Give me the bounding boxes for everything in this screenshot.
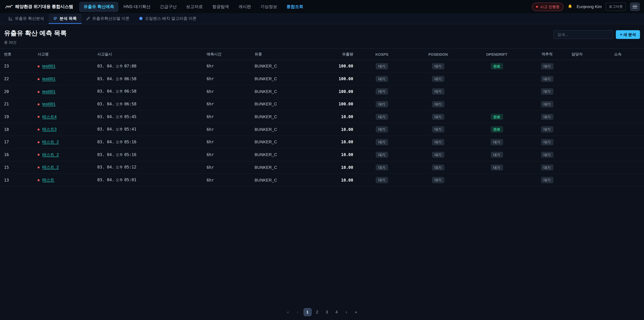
table-row[interactable]: 19테스트403. 04.오후05:456hrBUNKER_C10.00대기대기… xyxy=(0,111,644,123)
tab-spread-analysis[interactable]: 유출유 확산분석 xyxy=(4,14,49,24)
cell-incident-name: 테스트3 xyxy=(35,123,94,136)
pagination-prev-button[interactable]: ‹ xyxy=(294,308,302,316)
new-analysis-button[interactable]: + 새 분석 xyxy=(616,30,640,39)
cell-datetime: 03. 04.오후05:16 xyxy=(94,136,204,148)
notification-bell-icon[interactable] xyxy=(568,4,573,10)
column-header-8: OPENDRIFT xyxy=(468,49,525,60)
incident-in-progress-badge[interactable]: 사고 진행중 xyxy=(532,3,564,11)
kosps-status-badge: 대기 xyxy=(376,101,388,107)
menu-item-aerial-search[interactable]: 항공탐색 xyxy=(208,2,234,12)
incident-name-link[interactable]: 테스트4 xyxy=(42,114,56,119)
cell-opendrift: 완료 xyxy=(468,111,525,123)
incident-name-link[interactable]: test001 xyxy=(42,102,56,107)
cell-org xyxy=(612,111,644,123)
table-row[interactable]: 21test00103. 04.오후06:586hrBUNKER_C100.00… xyxy=(0,98,644,110)
title-block: 유출유 확산 예측 목록 총 33건 xyxy=(4,29,67,45)
menu-item-hns-air-diffusion[interactable]: HNS·대기확산 xyxy=(119,2,155,12)
top-navigation: 해양환경 위기대응 통합시스템 유출유 확산예측HNS·대기확산긴급구난보고자료… xyxy=(0,0,644,14)
backtrack-status-badge: 대기 xyxy=(541,177,553,183)
pagination-next-button[interactable]: › xyxy=(342,308,350,316)
incident-name-link[interactable]: 테스트_2 xyxy=(42,165,59,170)
cell-oil-type: BUNKER_C xyxy=(252,174,319,186)
cell-oil-type: BUNKER_C xyxy=(252,73,319,85)
menu-item-board[interactable]: 게시판 xyxy=(234,2,256,12)
cell-incident-name: test001 xyxy=(35,73,94,85)
incident-name-link[interactable]: 테스트 xyxy=(42,178,54,182)
cell-forecast-time: 6hr xyxy=(204,161,252,174)
cell-kosps: 대기 xyxy=(356,174,408,186)
cell-incident-name: 테스트_2 xyxy=(35,161,94,174)
pagination-page-3-button[interactable]: 3 xyxy=(323,308,331,316)
cell-kosps: 대기 xyxy=(356,60,408,73)
incident-status-dot-icon xyxy=(38,66,40,68)
pagination-page-4-button[interactable]: 4 xyxy=(332,308,340,316)
incident-name-link[interactable]: 테스트_2 xyxy=(42,152,59,157)
table-row[interactable]: 13테스트03. 04.오후05:016hrBUNKER_C10.00대기대기대… xyxy=(0,174,644,186)
cell-oil-type: BUNKER_C xyxy=(252,85,319,98)
hamburger-menu-icon[interactable] xyxy=(630,2,640,11)
column-header-7: POSEIDON xyxy=(408,49,468,60)
menu-item-emergency-rescue[interactable]: 긴급구난 xyxy=(156,2,181,12)
poseidon-status-badge: 대기 xyxy=(432,114,444,120)
search-input[interactable] xyxy=(554,30,613,39)
backtrack-status-badge: 대기 xyxy=(541,88,553,95)
table-row[interactable]: 22test00103. 04.오후06:586hrBUNKER_C100.00… xyxy=(0,73,644,85)
table-row[interactable]: 15테스트_203. 04.오후05:126hrBUNKER_C10.00대기대… xyxy=(0,161,644,174)
tab-analysis-list[interactable]: 분석 목록 xyxy=(49,14,82,24)
cell-backtrack: 대기 xyxy=(525,60,569,73)
pagination-page-2-button[interactable]: 2 xyxy=(313,308,321,316)
cell-manager xyxy=(569,98,612,110)
cell-poseidon: 대기 xyxy=(408,98,468,110)
cell-oil-type: BUNKER_C xyxy=(252,149,319,161)
incident-status-dot-icon xyxy=(38,103,40,105)
menu-item-weather-info[interactable]: 기상정보 xyxy=(256,2,282,12)
main-menu: 유출유 확산예측HNS·대기확산긴급구난보고자료항공탐색게시판기상정보통합조회 xyxy=(79,2,308,12)
tab-spread-model-theory[interactable]: 유출유확산모델 이론 xyxy=(81,14,134,24)
column-header-11: 소속 xyxy=(612,49,644,60)
page-title: 유출유 확산 예측 목록 xyxy=(4,29,67,38)
cell-manager xyxy=(569,73,612,85)
cell-manager xyxy=(569,111,612,123)
cell-kosps: 대기 xyxy=(356,73,408,85)
cell-oil-type: BUNKER_C xyxy=(252,98,319,110)
column-header-10: 담당자 xyxy=(569,49,612,60)
incident-name-link[interactable]: 테스트_2 xyxy=(42,140,59,144)
incident-name-link[interactable]: 테스트3 xyxy=(42,127,56,132)
opendrift-status-badge: 완료 xyxy=(490,114,503,120)
incident-status-dot-icon xyxy=(38,141,40,143)
cell-org xyxy=(612,98,644,110)
incident-name-link[interactable]: test001 xyxy=(42,89,56,94)
menu-item-reports[interactable]: 보고자료 xyxy=(182,2,207,12)
backtrack-status-badge: 대기 xyxy=(541,164,553,170)
table-row[interactable]: 18테스트303. 04.오후05:416hrBUNKER_C10.00대기대기… xyxy=(0,123,644,136)
cell-forecast-time: 6hr xyxy=(204,111,252,123)
kosps-status-badge: 대기 xyxy=(376,152,388,158)
topnav-right: 사고 진행중 Eunjeong Kim 로그아웃 xyxy=(532,2,640,11)
logout-button[interactable]: 로그아웃 xyxy=(606,3,626,11)
menu-item-oil-spill-prediction[interactable]: 유출유 확산예측 xyxy=(79,2,118,12)
incident-name-link[interactable]: test001 xyxy=(42,64,56,69)
pagination-page-1-button[interactable]: 1 xyxy=(304,308,312,316)
incident-name-link[interactable]: test001 xyxy=(42,77,56,81)
kosps-status-badge: 대기 xyxy=(376,76,388,82)
table-row[interactable]: 17테스트_203. 04.오후05:166hrBUNKER_C10.00대기대… xyxy=(0,136,644,148)
cell-backtrack: 대기 xyxy=(525,174,569,186)
tab-oil-fence-theory[interactable]: 오일펜스 배치 알고리즘 이론 xyxy=(134,14,201,24)
pagination-last-button[interactable]: » xyxy=(352,308,360,316)
kosps-status-badge: 대기 xyxy=(376,63,388,69)
cell-oil-type: BUNKER_C xyxy=(252,123,319,136)
table-row[interactable]: 16테스트_203. 04.오후05:166hrBUNKER_C10.00대기대… xyxy=(0,149,644,161)
pagination-first-button[interactable]: « xyxy=(284,308,292,316)
table-row[interactable]: 23test00103. 04.오후07:006hrBUNKER_C100.00… xyxy=(0,60,644,73)
cell-datetime: 03. 04.오후06:58 xyxy=(94,85,204,98)
table-row[interactable]: 20test00103. 04.오후06:586hrBUNKER_C100.00… xyxy=(0,85,644,98)
table-header-row: 번호사고명사고일시예측시간유종유출량KOSPSPOSEIDONOPENDRIFT… xyxy=(0,49,644,60)
list-icon xyxy=(54,17,58,21)
scatter-chart-icon xyxy=(9,17,13,21)
cell-opendrift xyxy=(468,85,525,98)
total-count: 총 33건 xyxy=(4,40,67,45)
cell-datetime: 03. 04.오후05:45 xyxy=(94,111,204,123)
cell-kosps: 대기 xyxy=(356,149,408,161)
menu-item-integrated-search[interactable]: 통합조회 xyxy=(282,2,308,12)
cell-spill-amount: 10.00 xyxy=(319,123,356,136)
